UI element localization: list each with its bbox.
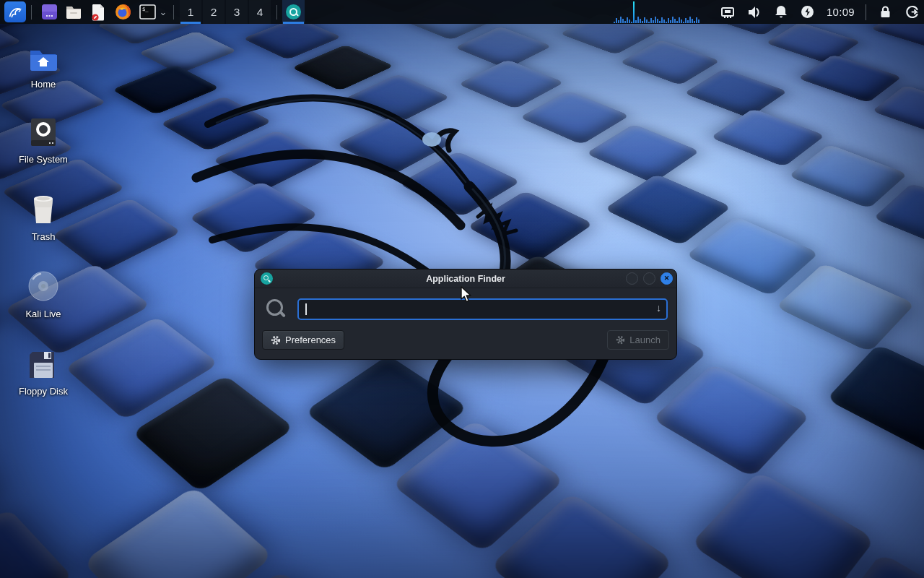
applications-menu-button[interactable] (4, 1, 26, 22)
graph-bar (659, 21, 661, 23)
graph-bar (622, 19, 624, 23)
wallpaper-cube (775, 263, 915, 352)
graph-bar (698, 20, 699, 23)
chevron-down-icon[interactable]: ⌄ (158, 7, 168, 17)
launch-label: Launch (629, 335, 661, 345)
wallpaper-cube (83, 486, 274, 578)
graph-bar (696, 17, 697, 23)
graph-bar (681, 20, 682, 23)
graph-bar (663, 20, 665, 23)
home-folder-icon (13, 39, 74, 72)
firefox-icon (115, 4, 131, 20)
graph-bar (683, 22, 684, 23)
wallpaper-cube (710, 108, 825, 167)
wallpaper-cube (690, 471, 875, 578)
minimize-button[interactable] (626, 272, 638, 285)
network-tray-icon[interactable] (720, 4, 736, 21)
wallpaper-cube (0, 394, 123, 514)
search-input[interactable] (297, 298, 668, 320)
graph-bar (685, 18, 687, 23)
graph-bar (676, 21, 678, 23)
graph-bar (668, 18, 669, 23)
launch-icon (616, 335, 625, 345)
graph-bar (624, 21, 626, 23)
graph-bar (648, 22, 650, 23)
power-manager-icon[interactable] (800, 4, 816, 21)
launch-button[interactable]: Launch (607, 330, 669, 350)
floppy-disk-icon (13, 346, 74, 379)
workspace-button-3[interactable]: 3 (226, 0, 248, 24)
wallpaper-cube (788, 144, 908, 209)
kali-logo-icon (7, 4, 23, 20)
desktop-icon-home[interactable]: Home (13, 39, 74, 90)
desktop-icon-label: Trash (13, 231, 74, 242)
system-monitor-graph[interactable] (614, 1, 706, 23)
maximize-button[interactable] (643, 272, 655, 285)
top-panel: $_ ⌄ 1 2 3 4 (0, 0, 924, 24)
close-button[interactable]: ✕ (661, 272, 673, 285)
graph-bar (692, 19, 693, 23)
workspace-button-2[interactable]: 2 (203, 0, 225, 24)
desktop-icon-label: File System (13, 154, 74, 165)
launcher-file-manager[interactable] (64, 1, 83, 22)
notifications-bell-icon[interactable] (773, 4, 789, 21)
wallpaper-cube (0, 508, 74, 578)
wallpaper-cube (798, 54, 902, 103)
gear-icon (271, 335, 281, 345)
graph-bar (687, 20, 689, 23)
clock[interactable]: 10:09 (827, 6, 855, 18)
graph-bar (627, 17, 628, 23)
graph-bar (631, 22, 632, 23)
wallpaper-cube (765, 22, 860, 64)
volume-tray-icon[interactable] (746, 4, 762, 21)
appfinder-taskbar-icon (286, 4, 301, 20)
panel-separator (173, 5, 174, 20)
panel-separator (31, 5, 32, 20)
preferences-button[interactable]: Preferences (262, 330, 344, 350)
launcher-firefox[interactable] (113, 1, 132, 22)
trash-can-icon (13, 191, 74, 225)
graph-bar (657, 19, 658, 23)
desktop-icon-label: Kali Live (13, 309, 74, 319)
hard-disk-icon (13, 114, 74, 147)
desktop-icon-file-system[interactable]: File System (13, 114, 74, 165)
panel-separator (276, 5, 277, 20)
graph-bar (666, 22, 667, 23)
wallpaper-cube (684, 69, 788, 118)
dialog-titlebar[interactable]: Application Finder ✕ (255, 269, 676, 288)
graph-bar (650, 18, 652, 23)
graph-bar (640, 19, 641, 23)
workspace-label: 3 (234, 6, 240, 19)
wallpaper-cube (827, 344, 924, 457)
graph-bar (694, 21, 695, 23)
graph-bar (674, 19, 676, 23)
graph-bar (629, 20, 630, 23)
launcher-terminal[interactable]: $_ (138, 1, 157, 22)
workspace-button-4[interactable]: 4 (249, 0, 271, 24)
graph-bar (670, 20, 671, 23)
application-finder-window: Application Finder ✕ ↓ Preferences (254, 269, 677, 360)
dialog-title: Application Finder (255, 274, 676, 284)
desktop-icon-floppy-disk[interactable]: Floppy Disk (13, 346, 74, 397)
desktop-icon-kali-live[interactable]: Kali Live (13, 269, 74, 319)
workspace-button-1[interactable]: 1 (180, 0, 201, 24)
graph-bar (633, 1, 635, 23)
graph-bar (618, 20, 619, 23)
desktop-icon-label: Home (13, 79, 74, 90)
wallpaper-cube (585, 124, 700, 184)
lock-screen-icon[interactable] (877, 4, 893, 21)
optical-disc-icon (13, 269, 74, 302)
graph-bar (614, 22, 615, 23)
graph-bar (679, 17, 680, 23)
file-manager-icon (65, 4, 82, 20)
graph-bar (637, 17, 639, 23)
graph-bar (646, 20, 648, 23)
logout-icon[interactable] (904, 4, 920, 21)
window-list-appfinder[interactable] (282, 0, 305, 24)
graph-bar (635, 20, 637, 23)
launcher-text-editor[interactable] (89, 1, 108, 22)
graph-bar (661, 17, 663, 23)
launcher-app-purple[interactable] (40, 1, 58, 22)
graph-bar (653, 20, 654, 23)
desktop-icon-trash[interactable]: Trash (13, 191, 74, 242)
